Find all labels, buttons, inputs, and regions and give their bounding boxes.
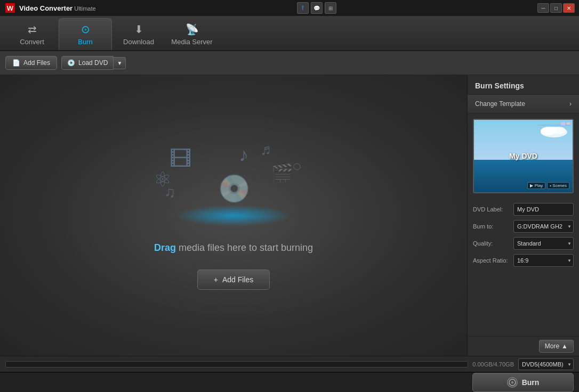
more-label: More (545, 342, 559, 350)
titlebar: W Video Converter Ultimate f 💬 ⊞ ─ □ ✕ (0, 0, 579, 16)
svg-point-9 (511, 381, 513, 383)
dvd-preview-controls: ▶ Play • Scenes (527, 182, 569, 189)
content-area[interactable]: 🎞 ♪ ♬ ⚛ 💿 🎬 ♫ ○ Drag media files here to… (0, 75, 467, 356)
drop-zone: 🎞 ♪ ♬ ⚛ 💿 🎬 ♫ ○ Drag media files here to… (154, 141, 313, 290)
dvd-label-input[interactable] (514, 203, 574, 215)
music-note2-icon: ♬ (260, 141, 271, 158)
dvd-play-btn[interactable]: ▶ Play (527, 182, 545, 189)
convert-icon: ⇄ (28, 23, 37, 36)
aspect-select-wrapper: 16:9 4:3 (513, 254, 574, 267)
bottom-bar: 0.00GB/4.70GB DVD5(4500MB) DVD9(8500MB) … (0, 356, 579, 372)
right-panel: Burn Settings Change Template › My DVD (467, 75, 579, 356)
load-dvd-button[interactable]: 💿 Load DVD ▼ (61, 56, 126, 70)
change-template-arrow-icon: › (569, 100, 572, 108)
drag-bold: Drag (154, 242, 176, 253)
settings-form: DVD Label: ✕ Burn to: G:DVDRAM GH24NS Qu… (468, 199, 579, 271)
music-note-icon: ♪ (239, 144, 248, 166)
burn-tab-icon: ⊙ (81, 23, 90, 36)
tab-media-server-label: Media Server (171, 38, 212, 46)
load-dvd-main[interactable]: 💿 Load DVD (61, 56, 114, 70)
tab-media-server[interactable]: 📡 Media Server (165, 18, 219, 50)
burn-to-row: Burn to: G:DVDRAM GH24NS (473, 220, 574, 233)
dvd-label-input-wrapper: ✕ (513, 203, 574, 216)
svg-point-4 (553, 127, 566, 134)
grid-btn[interactable]: ⊞ (325, 2, 336, 14)
add-files-button[interactable]: 📄 Add Files (5, 56, 57, 70)
tab-burn[interactable]: ⊙ Burn (59, 18, 112, 50)
note-icon: ♫ (164, 184, 175, 201)
close-button[interactable]: ✕ (563, 3, 575, 13)
burn-to-select-wrapper: G:DVDRAM GH24NS (513, 220, 574, 233)
more-arrow-icon: ▲ (561, 342, 568, 350)
facebook-btn[interactable]: f (297, 2, 309, 14)
dvd-preview-title: My DVD (509, 152, 537, 160)
titlebar-social: f 💬 ⊞ (297, 2, 336, 14)
app-title: Video Converter Ultimate (19, 4, 96, 12)
cd-icon: 💿 (218, 173, 251, 204)
svg-rect-6 (560, 123, 566, 126)
toolbar: 📄 Add Files 💿 Load DVD ▼ (0, 51, 579, 75)
change-template-label: Change Template (475, 100, 525, 108)
more-btn-row: More ▲ (468, 336, 579, 356)
more-button[interactable]: More ▲ (539, 340, 574, 353)
drag-instruction: Drag media files here to start burning (154, 242, 313, 254)
svg-rect-7 (567, 123, 570, 125)
quality-row: Quality: Standard High Low (473, 237, 574, 250)
chat-btn[interactable]: 💬 (311, 2, 323, 14)
quality-label: Quality: (473, 240, 510, 247)
add-files-center-label: Add Files (222, 275, 253, 284)
progress-text: 0.00GB/4.70GB (472, 361, 514, 368)
add-files-icon: 📄 (12, 59, 20, 67)
load-dvd-label: Load DVD (78, 59, 108, 67)
media-icons-decoration: 🎞 ♪ ♬ ⚛ 💿 🎬 ♫ ○ (154, 141, 313, 226)
app-logo-icon: W (4, 2, 16, 14)
quality-select-wrapper: Standard High Low (513, 237, 574, 250)
load-dvd-icon: 💿 (67, 59, 75, 67)
glow-effect (175, 205, 292, 226)
disc-type-select[interactable]: DVD5(4500MB) DVD9(8500MB) BD25(25GB) BD5… (518, 358, 574, 370)
progress-bar-container (5, 361, 468, 368)
change-template-button[interactable]: Change Template › (468, 95, 579, 113)
tab-burn-label: Burn (78, 38, 92, 46)
dvd-label-row: DVD Label: ✕ (473, 203, 574, 216)
burn-button[interactable]: Burn (472, 373, 574, 392)
svg-text:W: W (7, 4, 14, 12)
quality-select[interactable]: Standard High Low (513, 237, 574, 250)
window-controls: ─ □ ✕ (537, 3, 575, 13)
download-icon: ⬇ (134, 23, 143, 36)
burn-to-select[interactable]: G:DVDRAM GH24NS (513, 220, 574, 233)
add-files-center-button[interactable]: + Add Files (197, 270, 270, 290)
burn-label: Burn (522, 378, 540, 387)
tab-download[interactable]: ⬇ Download (112, 18, 165, 50)
film-reel-icon: 🎞 (170, 146, 192, 172)
media-server-icon: 📡 (186, 23, 199, 36)
disc-type-wrapper: DVD5(4500MB) DVD9(8500MB) BD25(25GB) BD5… (518, 358, 574, 370)
main-layout: 🎞 ♪ ♬ ⚛ 💿 🎬 ♫ ○ Drag media files here to… (0, 75, 579, 356)
tab-convert[interactable]: ⇄ Convert (5, 18, 59, 50)
maximize-button[interactable]: □ (550, 3, 562, 13)
aspect-ratio-row: Aspect Ratio: 16:9 4:3 (473, 254, 574, 267)
titlebar-left: W Video Converter Ultimate (4, 2, 96, 14)
aspect-label: Aspect Ratio: (473, 257, 510, 264)
dvd-label-title: DVD Label: (473, 206, 510, 213)
navbar: ⇄ Convert ⊙ Burn ⬇ Download 📡 Media Serv… (0, 16, 579, 51)
drag-rest: media files here to start burning (176, 242, 313, 253)
minimize-button[interactable]: ─ (537, 3, 549, 13)
burn-bottom: Burn (0, 372, 579, 392)
tab-download-label: Download (123, 38, 154, 46)
burn-disc-icon (507, 377, 518, 388)
add-files-label: Add Files (23, 59, 50, 67)
burn-to-label: Burn to: (473, 223, 510, 230)
aspect-select[interactable]: 16:9 4:3 (513, 254, 574, 267)
load-dvd-arrow[interactable]: ▼ (114, 57, 126, 69)
dvd-preview[interactable]: My DVD ▶ Play • Scenes (473, 119, 574, 193)
dvd-scenes-btn[interactable]: • Scenes (547, 182, 569, 189)
cloud-svg-icon (538, 123, 570, 138)
circle-icon: ○ (292, 157, 302, 175)
add-files-plus-icon: + (214, 275, 218, 284)
film-icon: 🎬 (271, 162, 293, 184)
burn-settings-title: Burn Settings (468, 75, 579, 95)
tab-convert-label: Convert (20, 38, 44, 46)
